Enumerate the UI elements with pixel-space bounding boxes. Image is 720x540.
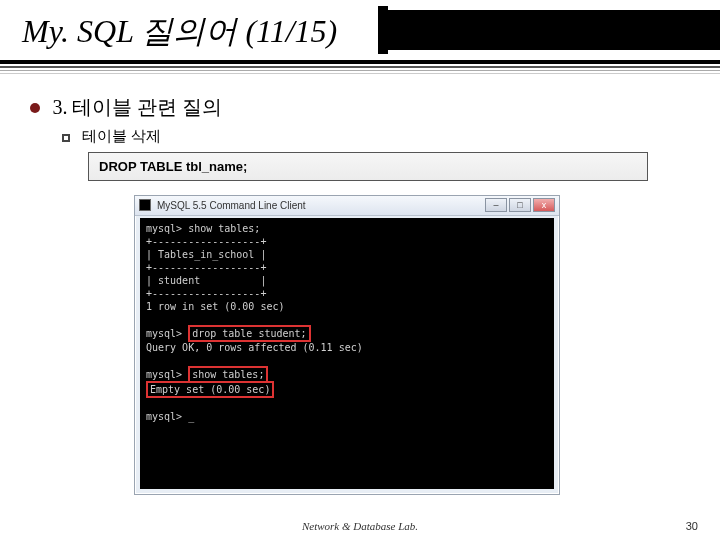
footer-text: Network & Database Lab. (0, 520, 720, 532)
subpoint-text: 테이블 삭제 (82, 128, 161, 144)
window-buttons: – □ x (485, 198, 555, 212)
terminal-window: MySQL 5.5 Command Line Client – □ x mysq… (134, 195, 560, 495)
term-line: mysql> _ (146, 411, 194, 422)
term-line: +------------------+ (146, 236, 266, 247)
term-prompt: mysql> (146, 328, 188, 339)
section-heading: 3. 테이블 관련 질의 (30, 94, 720, 121)
term-line: +------------------+ (146, 262, 266, 273)
highlight-drop: drop table student; (188, 325, 310, 342)
terminal-body: mysql> show tables; +------------------+… (140, 218, 554, 489)
section-text: 3. 테이블 관련 질의 (52, 96, 222, 118)
term-line: 1 row in set (0.00 sec) (146, 301, 284, 312)
term-line: +------------------+ (146, 288, 266, 299)
highlight-empty: Empty set (0.00 sec) (146, 381, 274, 398)
close-button[interactable]: x (533, 198, 555, 212)
sql-syntax-box: DROP TABLE tbl_name; (88, 152, 648, 181)
terminal-title: MySQL 5.5 Command Line Client (157, 200, 306, 211)
terminal-titlebar: MySQL 5.5 Command Line Client – □ x (135, 196, 559, 216)
term-line: Query OK, 0 rows affected (0.11 sec) (146, 342, 363, 353)
title-underline (0, 60, 720, 74)
slide: My. SQL 질의어 (11/15) 3. 테이블 관련 질의 테이블 삭제 … (0, 0, 720, 540)
minimize-button[interactable]: – (485, 198, 507, 212)
page-number: 30 (686, 520, 698, 532)
bullet-icon (30, 103, 40, 113)
term-prompt: mysql> (146, 369, 188, 380)
slide-title: My. SQL 질의어 (11/15) (22, 10, 720, 54)
sub-bullet-icon (62, 134, 70, 142)
subpoint: 테이블 삭제 (62, 127, 720, 146)
terminal-icon (139, 199, 151, 211)
term-line: | Tables_in_school | (146, 249, 266, 260)
title-bar: My. SQL 질의어 (11/15) (0, 0, 720, 54)
term-line: | student | (146, 275, 266, 286)
maximize-button[interactable]: □ (509, 198, 531, 212)
term-line: mysql> show tables; (146, 223, 260, 234)
sql-code: DROP TABLE tbl_name; (99, 159, 247, 174)
